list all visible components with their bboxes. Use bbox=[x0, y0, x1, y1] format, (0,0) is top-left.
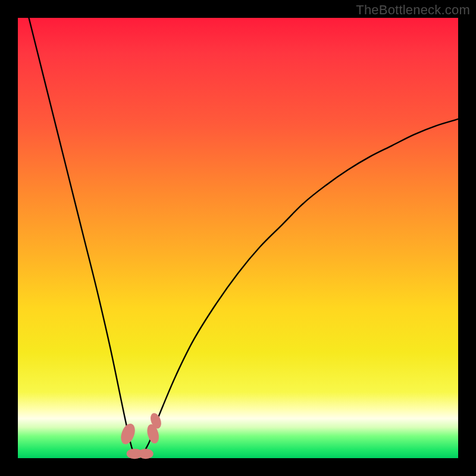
curve-marker bbox=[137, 449, 154, 459]
bottleneck-curve bbox=[18, 18, 458, 458]
chart-frame: TheBottleneck.com bbox=[0, 0, 476, 476]
plot-area bbox=[18, 18, 458, 458]
watermark-text: TheBottleneck.com bbox=[356, 2, 470, 18]
